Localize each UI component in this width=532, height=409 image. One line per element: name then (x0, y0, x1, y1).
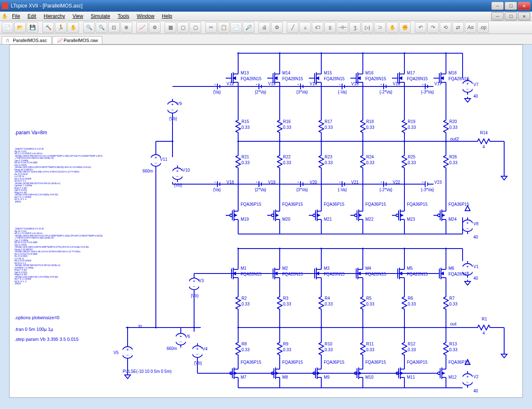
r26-label[interactable]: R26 (449, 155, 457, 159)
wire[interactable] (279, 170, 280, 177)
mdi-minimize-button[interactable]: ─ (491, 12, 504, 20)
m19-label[interactable]: M19 (241, 217, 249, 222)
resistor-symbol[interactable] (443, 153, 449, 170)
resistor-symbol[interactable] (277, 153, 283, 170)
autoscale-button[interactable]: 📈 (136, 22, 148, 33)
wire-button[interactable]: ╱ (287, 22, 298, 33)
resistor-symbol[interactable] (318, 153, 324, 170)
wire[interactable] (404, 177, 405, 207)
r1-label[interactable]: R1 (482, 317, 487, 321)
m10-label[interactable]: M10 (365, 375, 373, 379)
wire[interactable] (362, 282, 363, 294)
resistor-symbol[interactable] (277, 118, 283, 134)
drag-button[interactable]: ✊ (399, 22, 411, 33)
pmos-symbol[interactable] (267, 207, 284, 224)
v14-value[interactable]: {3*Va} (296, 90, 308, 94)
r1-value[interactable]: 4 (483, 331, 485, 335)
wire[interactable] (362, 141, 363, 153)
r15-label[interactable]: R15 (241, 119, 249, 124)
voltage-source-symbol[interactable]: +− (463, 261, 473, 278)
wire[interactable] (446, 382, 446, 388)
wire[interactable] (362, 382, 363, 388)
r6-label[interactable]: R6 (408, 296, 413, 301)
m13-value[interactable]: FQA28N15 (241, 76, 261, 81)
mdi-maximize-button[interactable]: ☐ (505, 12, 517, 20)
v23-label[interactable]: V23 (434, 180, 442, 185)
menu-view[interactable]: View (69, 12, 86, 20)
m8-value[interactable]: FQA36P15 (282, 360, 303, 365)
v10-label[interactable]: V10 (182, 168, 190, 172)
m18-label[interactable]: M18 (448, 71, 456, 75)
resistor-symbol[interactable] (235, 153, 241, 170)
m4-value[interactable]: FQA28N15 (365, 272, 386, 276)
run-button[interactable]: 🏃 (55, 22, 66, 33)
v9-label[interactable]: V9 (177, 101, 182, 106)
resistor-symbol[interactable] (235, 340, 241, 357)
voltage-source-symbol[interactable]: +− (463, 78, 473, 95)
wire[interactable] (238, 141, 475, 142)
wire[interactable] (362, 170, 363, 177)
m17-value[interactable]: FQA28N15 (407, 76, 428, 81)
out-net-label[interactable]: out (450, 321, 456, 326)
v16-label[interactable]: V16 (393, 81, 400, 86)
m9-label[interactable]: M9 (324, 375, 330, 379)
wire[interactable] (238, 382, 239, 388)
v12-value[interactable]: {Va} (213, 90, 221, 94)
resistor-button[interactable]: ⧖ (324, 22, 336, 33)
wire[interactable] (201, 273, 433, 274)
wire[interactable] (238, 248, 463, 249)
inductor-button[interactable]: ʒ (349, 22, 361, 33)
print-button[interactable]: 🖨 (259, 22, 270, 33)
maximize-button[interactable]: ☐ (505, 2, 517, 10)
wire[interactable] (197, 360, 198, 373)
wire[interactable] (238, 170, 239, 177)
cut-button[interactable]: ✂ (205, 22, 217, 33)
wire[interactable] (321, 311, 322, 328)
r12-label[interactable]: R12 (408, 342, 415, 346)
mdi-close-button[interactable]: ✕ (518, 12, 530, 20)
m3-label[interactable]: M3 (324, 266, 330, 271)
wire[interactable] (321, 382, 322, 388)
m5-value[interactable]: FQA28N15 (407, 272, 428, 276)
r14-value[interactable]: 4 (483, 145, 485, 149)
move-button[interactable]: ✋ (387, 22, 398, 33)
wire[interactable] (181, 327, 194, 328)
wire[interactable] (279, 177, 280, 207)
r2-value[interactable]: 0.33 (241, 302, 249, 306)
diode-button[interactable]: ▷| (362, 22, 373, 33)
wire[interactable] (492, 327, 504, 328)
wire[interactable] (172, 184, 201, 185)
m13-label[interactable]: M13 (241, 71, 249, 75)
v9-value[interactable]: {Vb} (169, 116, 177, 121)
wire[interactable] (362, 357, 363, 365)
wire[interactable] (446, 177, 446, 207)
r16-value[interactable]: 0.33 (283, 125, 291, 130)
r12-value[interactable]: 0.33 (408, 347, 416, 352)
r17-value[interactable]: 0.33 (325, 125, 332, 130)
m11-label[interactable]: M11 (407, 375, 415, 379)
wire[interactable] (238, 53, 239, 70)
r11-label[interactable]: R11 (366, 342, 374, 346)
v2-value[interactable]: 40 (473, 389, 478, 393)
wire[interactable] (180, 328, 181, 331)
model-text-2[interactable]: .SUBCKT FQA28N15 2 0 10 30 Rg 10 1 0.01 … (15, 228, 103, 285)
zoom-back-button[interactable]: ⊗ (121, 22, 132, 33)
wire[interactable] (462, 249, 463, 261)
resistor-symbol[interactable] (443, 340, 449, 357)
v12-label[interactable]: V12 (227, 81, 234, 86)
m14-label[interactable]: M14 (282, 71, 290, 75)
r21-value[interactable]: 0.33 (241, 160, 249, 165)
resistor-symbol[interactable] (401, 340, 407, 357)
v11-value[interactable]: 660m (143, 169, 153, 173)
capacitor-button[interactable]: ⊣⊢ (337, 22, 348, 33)
wire[interactable] (404, 328, 405, 340)
pmos-symbol[interactable] (309, 207, 325, 224)
resistor-symbol[interactable] (360, 340, 366, 357)
wire[interactable] (362, 104, 363, 118)
voltage-source-symbol[interactable]: +− (151, 152, 161, 169)
m3-value[interactable]: FQA28N15 (324, 272, 345, 276)
v20-value[interactable]: {3*Va} (296, 187, 308, 192)
pmos-symbol[interactable] (392, 207, 409, 224)
wire[interactable] (446, 86, 446, 104)
wire[interactable] (362, 224, 363, 234)
